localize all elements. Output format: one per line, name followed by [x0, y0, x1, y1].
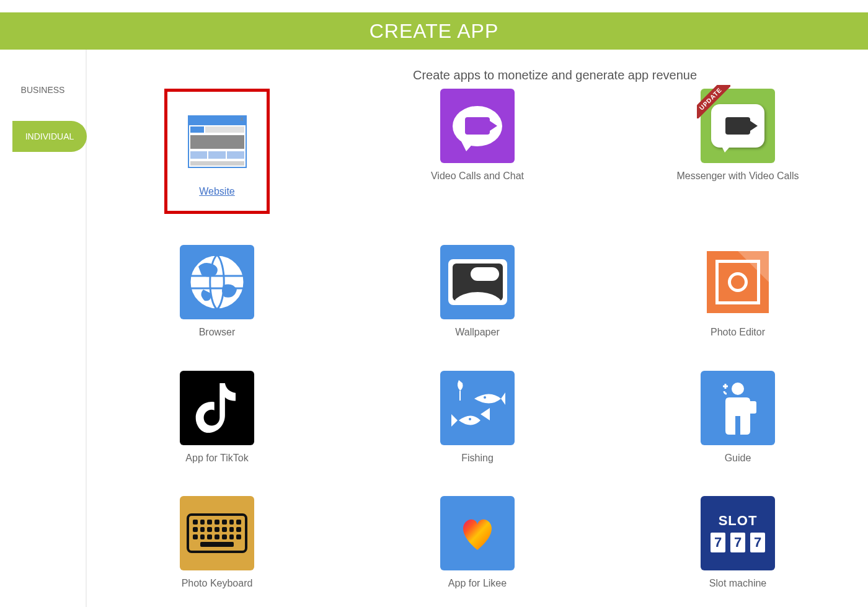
main-content: Create apps to monetize and generate app… — [87, 50, 868, 607]
card-fishing[interactable]: Fishing — [440, 371, 515, 465]
svg-point-2 — [484, 396, 486, 399]
card-website[interactable]: Website — [164, 89, 270, 214]
svg-rect-5 — [740, 401, 756, 414]
tiktok-icon — [180, 371, 254, 445]
top-strip — [0, 0, 868, 12]
card-label: App for Likee — [448, 577, 507, 590]
page-header: CREATE APP — [0, 12, 868, 50]
globe-icon — [180, 245, 254, 319]
sidebar-item-individual[interactable]: INDIVIDUAL — [12, 121, 87, 152]
section-subtitle: Create apps to monetize and generate app… — [267, 68, 843, 82]
card-browser[interactable]: Browser — [180, 245, 254, 339]
guide-icon — [701, 371, 775, 445]
card-label: Photo Keyboard — [182, 577, 253, 590]
svg-point-3 — [469, 418, 471, 420]
card-label: Browser — [199, 326, 236, 339]
card-label: Messenger with Video Calls — [676, 169, 799, 183]
wallpaper-icon — [440, 245, 515, 319]
card-video-calls-chat[interactable]: Video Calls and Chat — [431, 89, 524, 214]
sidebar-item-business[interactable]: BUSINESS — [0, 74, 86, 105]
keyboard-icon — [180, 496, 254, 570]
card-slot-machine[interactable]: SLOT 7 7 7 Slot machine — [701, 496, 775, 590]
card-guide[interactable]: Guide — [701, 371, 775, 465]
card-label: Video Calls and Chat — [431, 169, 524, 183]
card-messenger-video[interactable]: UPDATE Messenger with Video Calls — [676, 89, 799, 214]
svg-point-4 — [732, 383, 744, 395]
fishing-icon — [440, 371, 515, 445]
card-wallpaper[interactable]: Wallpaper — [440, 245, 515, 339]
sidebar-item-label: INDIVIDUAL — [25, 131, 74, 141]
card-label: Website — [199, 185, 235, 198]
messenger-video-icon: UPDATE — [701, 89, 775, 163]
card-photo-editor[interactable]: Photo Editor — [701, 245, 775, 339]
slot-icon: SLOT 7 7 7 — [701, 496, 775, 570]
likee-icon — [440, 496, 515, 570]
card-tiktok[interactable]: App for TikTok — [180, 371, 254, 465]
video-chat-icon — [440, 89, 515, 163]
card-label: App for TikTok — [185, 451, 248, 465]
website-icon — [180, 104, 254, 179]
card-label: Slot machine — [709, 577, 767, 590]
photo-editor-icon — [701, 245, 775, 319]
page-title: CREATE APP — [370, 20, 499, 43]
card-likee[interactable]: App for Likee — [440, 496, 515, 590]
card-label: Guide — [725, 451, 751, 465]
card-label: Fishing — [461, 451, 494, 465]
app-template-grid: Website Video Calls and Chat UPDATE Mess… — [112, 89, 843, 591]
sidebar-item-label: BUSINESS — [21, 85, 65, 95]
sidebar: BUSINESS INDIVIDUAL — [0, 50, 87, 607]
card-photo-keyboard[interactable]: Photo Keyboard — [180, 496, 254, 590]
card-label: Photo Editor — [711, 326, 765, 339]
card-label: Wallpaper — [455, 326, 499, 339]
